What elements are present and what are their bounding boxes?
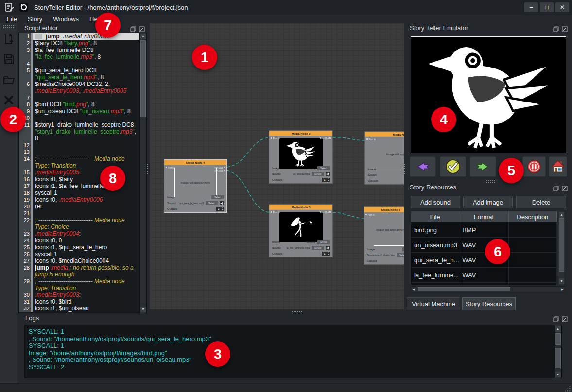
logs-output[interactable]: SYSCALL: 1, Sound: "/home/anthony/ostpro… <box>24 325 562 378</box>
select-image-button[interactable]: Select <box>317 166 330 170</box>
tab-virtual-machine[interactable]: Virtual Machine <box>407 297 460 310</box>
resize-grip[interactable] <box>564 385 571 392</box>
close-panel-icon[interactable] <box>139 25 145 31</box>
select-sound-button[interactable]: Select <box>206 201 218 205</box>
scroll-up-icon[interactable]: ▲ <box>559 212 564 218</box>
menu-story[interactable]: Story <box>28 16 42 23</box>
pause-button[interactable] <box>522 156 546 177</box>
play-sound-icon[interactable] <box>220 201 224 205</box>
select-image-button[interactable]: Select <box>211 195 224 199</box>
image-field: ImageSelect <box>367 247 404 252</box>
resources-table-hscrollbar[interactable]: ◀ ▶ <box>411 286 565 292</box>
port-in[interactable]: Port In <box>365 213 375 216</box>
close-panel-icon[interactable] <box>562 25 568 31</box>
line-number: 4 <box>19 60 31 67</box>
float-panel-icon[interactable] <box>130 25 136 31</box>
delete-button[interactable]: Delete <box>516 196 566 208</box>
ok-button[interactable] <box>440 156 466 177</box>
new-file-button[interactable] <box>1 32 16 46</box>
resources-table[interactable]: FileFormatDescriptionbird.pngBMPun_oisea… <box>411 211 557 285</box>
menu-windows[interactable]: Windows <box>53 16 79 23</box>
code-line: "la_fee_luminelle.mp3", 8 <box>19 53 139 60</box>
table-row[interactable]: la_fee_lumine...WAV <box>411 268 557 283</box>
previous-button[interactable] <box>410 156 436 177</box>
scrollbar-thumb[interactable] <box>140 40 146 117</box>
emulator-title: Story Teller Emulator <box>410 24 468 32</box>
media-node[interactable]: Media Node 3 Port InPort Out Imagebird.p… <box>269 130 333 184</box>
media-node[interactable]: Media Node 6Image will appear here Port … <box>364 206 404 265</box>
scrollbar-thumb[interactable] <box>555 348 561 368</box>
toolbar-drag-handle[interactable] <box>3 25 15 28</box>
port-in[interactable]: Port In <box>271 211 280 214</box>
close-project-button[interactable] <box>1 93 16 107</box>
code-text: $fairy DC8 "fairy.png", 8 <box>33 40 139 47</box>
next-button[interactable] <box>470 156 496 177</box>
table-row[interactable]: fairy.pngBMP <box>411 283 557 285</box>
scrollbar-thumb[interactable] <box>555 333 561 345</box>
resources-table-vscrollbar[interactable]: ▲ ▼ <box>558 211 565 285</box>
code-editor-scrollbar[interactable]: ▲ ▼ <box>139 33 147 313</box>
outputs-stepper[interactable]: 1▲▼ <box>322 178 330 182</box>
column-header-format[interactable]: Format <box>459 211 508 222</box>
outputs-stepper[interactable]: 1▲▼ <box>322 252 330 256</box>
code-line: 3$la_fee_luminelle DC8 <box>19 47 139 53</box>
close-panel-icon[interactable] <box>562 315 568 321</box>
outputs-stepper[interactable]: 2▲▼ <box>216 207 224 211</box>
scroll-down-icon[interactable]: ▼ <box>140 307 146 312</box>
scroll-up-icon[interactable]: ▲ <box>140 34 146 39</box>
select-sound-button[interactable]: Select <box>397 253 404 257</box>
media-node[interactable]: Media Node 5 Port InPort Out Imagefairy.… <box>269 204 333 257</box>
media-node[interactable]: Media NodeImage will appear here Port In… <box>364 131 404 185</box>
tab-story-resources[interactable]: Story Resources <box>462 297 516 310</box>
logs-scrollbar[interactable]: ▲ ▼ <box>555 325 561 378</box>
home-button[interactable] <box>549 156 567 177</box>
port-out[interactable]: Port Out <box>214 166 225 169</box>
token: , 8 <box>97 74 104 81</box>
menu-file[interactable]: File <box>7 16 17 23</box>
float-panel-icon[interactable] <box>553 315 559 321</box>
select-sound-button[interactable]: Select <box>312 172 324 176</box>
save-button[interactable] <box>1 52 16 67</box>
close-button[interactable]: ✕ <box>555 2 569 12</box>
line-number <box>19 74 31 81</box>
table-row[interactable]: un_oiseau.mp3WAV <box>411 238 557 253</box>
column-header-file[interactable]: File <box>411 211 459 222</box>
outputs-field: Outputs▲▼ <box>368 178 404 183</box>
column-header-description[interactable]: Description <box>509 211 557 222</box>
close-panel-icon[interactable] <box>562 185 568 190</box>
scrollbar-thumb[interactable] <box>559 218 564 272</box>
scrollbar-thumb[interactable] <box>418 287 510 291</box>
port-in[interactable]: Port In <box>166 166 175 169</box>
port-out[interactable]: Port Out <box>320 211 331 214</box>
play-sound-icon[interactable] <box>326 172 330 176</box>
scroll-up-icon[interactable]: ▲ <box>555 326 561 332</box>
scroll-down-icon[interactable]: ▼ <box>555 372 561 377</box>
scroll-right-icon[interactable]: ▶ <box>561 288 564 291</box>
float-panel-icon[interactable] <box>553 25 559 31</box>
add-sound-button[interactable]: Add sound <box>411 196 460 208</box>
title-bar: StoryTeller Editor - /home/anthony/ostpr… <box>0 0 572 15</box>
port-out[interactable]: Port Out <box>320 137 331 140</box>
line-number: 32 <box>19 305 31 312</box>
add-image-button[interactable]: Add image <box>463 196 513 208</box>
play-sound-icon[interactable] <box>326 246 330 250</box>
table-row[interactable]: qui_sera_le_h...WAV <box>411 253 557 268</box>
select-image-button[interactable]: Select <box>402 247 404 251</box>
code-text: jump is enough <box>33 271 139 278</box>
scroll-left-icon[interactable]: ◀ <box>412 288 415 291</box>
port-out[interactable]: Port Out <box>214 170 225 172</box>
splitter-left[interactable] <box>146 163 149 175</box>
scroll-down-icon[interactable]: ▼ <box>559 278 564 284</box>
minimize-button[interactable]: – <box>524 2 538 12</box>
port-in[interactable]: Port In <box>271 137 280 140</box>
open-folder-button[interactable] <box>1 72 16 87</box>
select-sound-button[interactable]: Select <box>312 246 324 250</box>
select-image-button[interactable]: Select <box>317 240 330 244</box>
float-panel-icon[interactable] <box>553 185 559 190</box>
outputs-field: Outputs1▲▼ <box>272 251 330 256</box>
node-graph-canvas[interactable]: Media Node 4Image will appear here Port … <box>150 23 404 309</box>
maximize-button[interactable]: □ <box>540 2 554 12</box>
port-in[interactable]: Port In <box>366 138 376 141</box>
table-row[interactable]: bird.pngBMP <box>411 222 557 238</box>
media-node[interactable]: Media Node 4Image will appear here Port … <box>164 159 227 213</box>
